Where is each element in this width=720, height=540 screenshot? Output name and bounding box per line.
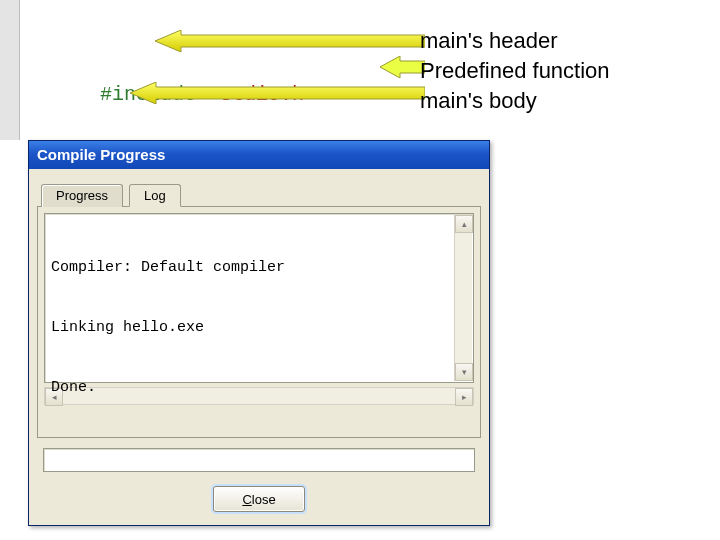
close-button-accel: C <box>242 492 251 507</box>
log-line: Linking hello.exe <box>51 318 285 338</box>
annotation-predefined-function: Predefined function <box>420 56 610 86</box>
tab-panel-log: Compiler: Default compiler Linking hello… <box>37 206 481 438</box>
scroll-right-icon[interactable]: ▸ <box>455 388 473 406</box>
vertical-scrollbar[interactable]: ▴ ▾ <box>454 215 472 381</box>
log-line: Compiler: Default compiler <box>51 258 285 278</box>
annotation-block: main's header Predefined function main's… <box>420 26 610 116</box>
log-line: Done. <box>51 378 285 398</box>
annotation-main-body: main's body <box>420 86 610 116</box>
dialog-title: Compile Progress <box>37 146 165 163</box>
tab-strip: Progress Log <box>41 183 481 206</box>
tab-progress[interactable]: Progress <box>41 184 123 207</box>
close-button[interactable]: Close <box>213 486 305 512</box>
dialog-titlebar[interactable]: Compile Progress <box>29 141 489 169</box>
scroll-up-icon[interactable]: ▴ <box>455 215 473 233</box>
code-include-directive: #include <box>100 83 196 106</box>
code-include-header: <stdio.h> <box>196 83 316 106</box>
scroll-down-icon[interactable]: ▾ <box>455 363 473 381</box>
editor-gutter <box>0 0 20 140</box>
close-button-rest: lose <box>252 492 276 507</box>
log-output[interactable]: Compiler: Default compiler Linking hello… <box>44 213 474 383</box>
tab-log[interactable]: Log <box>129 184 181 207</box>
compile-progress-dialog: Compile Progress Progress Log Compiler: … <box>28 140 490 526</box>
annotation-main-header: main's header <box>420 26 610 56</box>
log-content: Compiler: Default compiler Linking hello… <box>51 218 285 438</box>
progress-bar-frame <box>43 448 475 472</box>
